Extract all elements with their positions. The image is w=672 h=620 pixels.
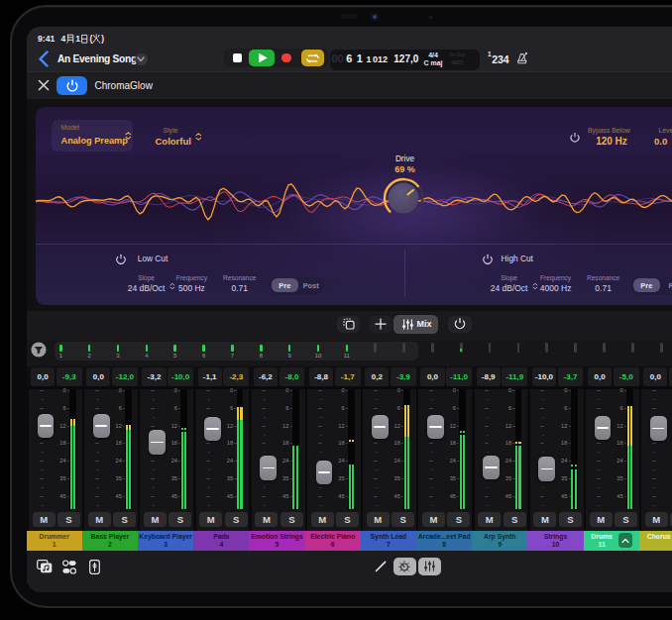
svg-text:(: ( bbox=[90, 34, 93, 44]
svg-text:9:41: 9:41 bbox=[38, 34, 55, 44]
svg-text:4: 4 bbox=[61, 34, 66, 44]
svg-text:): ) bbox=[101, 34, 104, 44]
svg-text:1: 1 bbox=[75, 34, 80, 44]
